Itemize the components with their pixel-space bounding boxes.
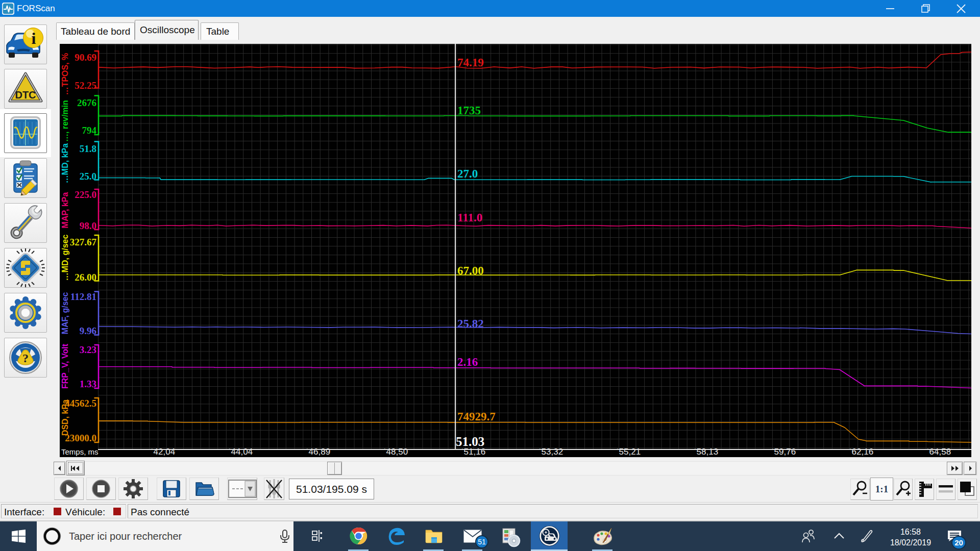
svg-text:112.81: 112.81 — [70, 291, 96, 302]
svg-text:27.0: 27.0 — [457, 167, 478, 180]
svg-text:ˈ48,50: ˈ48,50 — [383, 447, 408, 457]
svg-text:?: ? — [22, 352, 29, 365]
svg-text:…MD, kPa: …MD, kPa — [61, 143, 69, 183]
svg-text:ˈ44,04: ˈ44,04 — [228, 447, 253, 457]
svg-text:DTC: DTC — [15, 89, 36, 101]
svg-text:9.96: 9.96 — [80, 325, 96, 336]
svg-text:52.25: 52.25 — [75, 80, 96, 91]
svg-text:_DSD, kPa: _DSD, kPa — [61, 399, 69, 441]
svg-text:3.23: 3.23 — [80, 344, 96, 355]
svg-text:ˈ51,16: ˈ51,16 — [461, 447, 485, 457]
svg-text:FRP_V, Volt: FRP_V, Volt — [61, 343, 69, 389]
svg-text:ˈ42,04: ˈ42,04 — [151, 447, 175, 457]
svg-text:ˈ64,58: ˈ64,58 — [926, 447, 951, 457]
svg-text:2676: 2676 — [77, 97, 96, 108]
svg-text:225.0: 225.0 — [75, 189, 96, 200]
svg-text:25.82: 25.82 — [457, 317, 484, 330]
svg-text:i: i — [32, 29, 36, 47]
svg-text:111.0: 111.0 — [457, 211, 482, 224]
svg-text:26.00: 26.00 — [75, 272, 96, 283]
svg-text:ˈ59,76: ˈ59,76 — [771, 447, 796, 457]
svg-text:Temps, ms: Temps, ms — [61, 447, 99, 456]
svg-text:90.69: 90.69 — [75, 52, 96, 63]
svg-text:98.0: 98.0 — [80, 220, 96, 231]
svg-text:327.67: 327.67 — [70, 237, 97, 247]
svg-text:67.00: 67.00 — [457, 264, 484, 277]
svg-text:44562.5: 44562.5 — [65, 398, 96, 409]
svg-text:51.8: 51.8 — [80, 143, 96, 154]
svg-text:MAP, kPa: MAP, kPa — [61, 192, 69, 228]
svg-text:MAF, g/sec: MAF, g/sec — [61, 292, 69, 335]
svg-text:ˈ53,32: ˈ53,32 — [538, 447, 563, 457]
svg-text:ˈ62,16: ˈ62,16 — [849, 447, 873, 457]
svg-text:74929.7: 74929.7 — [457, 410, 496, 423]
svg-text:…, rev/min: …, rev/min — [61, 100, 69, 142]
svg-text:1.33: 1.33 — [80, 379, 96, 389]
svg-text:ˈ46,89: ˈ46,89 — [306, 447, 330, 457]
svg-text:25.0: 25.0 — [80, 171, 96, 182]
svg-text:1735: 1735 — [457, 104, 481, 117]
svg-text:ˈ58,13: ˈ58,13 — [694, 447, 718, 457]
svg-text:…TPOS, %: …TPOS, % — [61, 53, 69, 95]
svg-text:ˈ55,21: ˈ55,21 — [616, 447, 641, 457]
svg-text:2.16: 2.16 — [457, 356, 478, 368]
svg-text:794: 794 — [82, 125, 97, 136]
svg-text:23000.0: 23000.0 — [65, 433, 96, 443]
svg-text:…MD, g/sec: …MD, g/sec — [61, 235, 69, 281]
svg-text:74.19: 74.19 — [457, 56, 484, 69]
